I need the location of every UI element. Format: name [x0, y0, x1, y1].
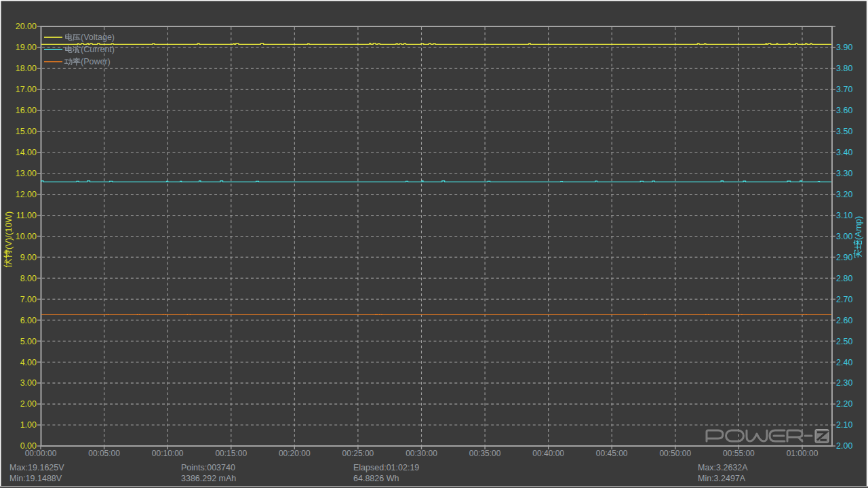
- svg-text:2.60: 2.60: [836, 316, 852, 325]
- svg-text:3.90: 3.90: [836, 43, 852, 52]
- svg-text:00:50:00: 00:50:00: [659, 449, 691, 458]
- svg-text:20.00: 20.00: [16, 22, 37, 31]
- svg-text:00:55:00: 00:55:00: [723, 449, 755, 458]
- svg-text:3.30: 3.30: [836, 169, 852, 178]
- svg-text:(Current): (Current): [81, 45, 115, 54]
- svg-text:(Voltage): (Voltage): [81, 33, 115, 42]
- svg-text:3.40: 3.40: [836, 148, 852, 157]
- svg-text:2.00: 2.00: [836, 441, 852, 451]
- svg-text:64.8826 Wh: 64.8826 Wh: [353, 474, 399, 483]
- svg-text:17.00: 17.00: [16, 85, 37, 94]
- svg-text:11.00: 11.00: [16, 211, 37, 220]
- svg-text:3.10: 3.10: [836, 211, 852, 220]
- svg-text:3.80: 3.80: [836, 64, 852, 73]
- svg-text:Min:19.1488V: Min:19.1488V: [9, 474, 62, 483]
- svg-text:14.00: 14.00: [16, 148, 37, 157]
- svg-text:00:15:00: 00:15:00: [215, 449, 247, 458]
- svg-text:(V)/(10W): (V)/(10W): [3, 211, 14, 249]
- svg-text:9.00: 9.00: [20, 253, 37, 262]
- svg-text:13.00: 13.00: [16, 169, 37, 178]
- svg-text:3.50: 3.50: [836, 127, 852, 136]
- svg-text:15.00: 15.00: [16, 127, 37, 136]
- svg-text:1.00: 1.00: [20, 420, 37, 430]
- svg-text:2.80: 2.80: [836, 274, 852, 283]
- svg-text:2.90: 2.90: [836, 253, 852, 262]
- svg-text:Elapsed:01:02:19: Elapsed:01:02:19: [353, 463, 419, 472]
- svg-text:2.10: 2.10: [836, 420, 852, 430]
- svg-text:Points:003740: Points:003740: [181, 463, 235, 472]
- svg-text:6.00: 6.00: [20, 316, 37, 325]
- svg-text:3386.292 mAh: 3386.292 mAh: [181, 474, 236, 483]
- svg-text:2.00: 2.00: [20, 399, 37, 409]
- svg-text:2.40: 2.40: [836, 358, 852, 367]
- svg-text:3.00: 3.00: [836, 232, 852, 241]
- svg-text:3.70: 3.70: [836, 85, 852, 94]
- svg-text:00:45:00: 00:45:00: [596, 449, 628, 458]
- svg-text:4.00: 4.00: [20, 358, 37, 367]
- svg-text:19.00: 19.00: [16, 43, 37, 52]
- svg-text:00:00:00: 00:00:00: [25, 449, 57, 458]
- svg-text:2.70: 2.70: [836, 295, 852, 304]
- svg-text:(Power): (Power): [81, 57, 111, 66]
- svg-text:00:30:00: 00:30:00: [406, 449, 437, 458]
- svg-text:Max:3.2632A: Max:3.2632A: [698, 463, 748, 472]
- svg-text:2.50: 2.50: [836, 337, 852, 346]
- svg-text:01:00:00: 01:00:00: [787, 449, 818, 458]
- svg-text:00:10:00: 00:10:00: [152, 449, 184, 458]
- svg-text:3.00: 3.00: [20, 378, 37, 388]
- svg-text:8.00: 8.00: [20, 274, 37, 283]
- svg-text:00:25:00: 00:25:00: [342, 449, 374, 458]
- svg-text:5.00: 5.00: [20, 337, 37, 346]
- svg-text:10.00: 10.00: [16, 232, 37, 241]
- svg-text:18.00: 18.00: [16, 64, 37, 73]
- svg-text:2.20: 2.20: [836, 399, 852, 409]
- svg-text:3.60: 3.60: [836, 106, 852, 115]
- svg-text:3.20: 3.20: [836, 190, 852, 199]
- svg-text:Min:3.2497A: Min:3.2497A: [698, 474, 746, 483]
- svg-text:7.00: 7.00: [20, 295, 37, 304]
- svg-text:(Amp): (Amp): [853, 216, 863, 240]
- svg-text:00:35:00: 00:35:00: [469, 449, 501, 458]
- svg-text:2.30: 2.30: [836, 378, 852, 388]
- svg-text:00:40:00: 00:40:00: [532, 449, 564, 458]
- svg-text:16.00: 16.00: [16, 106, 37, 115]
- svg-text:00:20:00: 00:20:00: [279, 449, 311, 458]
- svg-text:00:05:00: 00:05:00: [88, 449, 120, 458]
- svg-text:Max:19.1625V: Max:19.1625V: [9, 463, 64, 472]
- svg-text:12.00: 12.00: [16, 190, 37, 199]
